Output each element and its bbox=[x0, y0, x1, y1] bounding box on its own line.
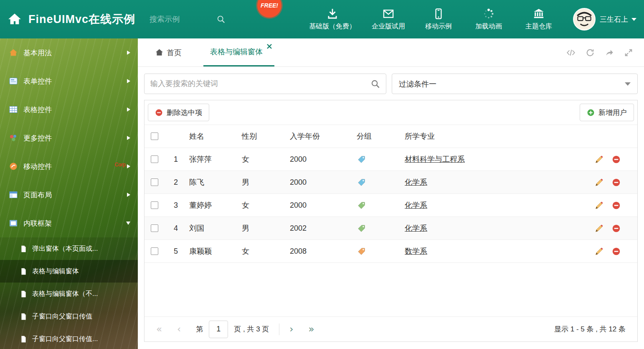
spinner-icon bbox=[483, 8, 494, 20]
major-link[interactable]: 化学系 bbox=[405, 178, 427, 186]
header-search bbox=[150, 15, 237, 24]
edit-icon[interactable] bbox=[595, 201, 603, 210]
divider bbox=[279, 324, 279, 335]
file-icon bbox=[20, 245, 27, 252]
app-title: FineUIMvc在线示例 bbox=[28, 12, 135, 27]
nav-item-theme-store[interactable]: 主题仓库 bbox=[521, 8, 556, 31]
tab-label: 表格与编辑窗体 bbox=[210, 47, 263, 57]
keyword-search-input[interactable] bbox=[150, 79, 370, 88]
avatar bbox=[573, 8, 596, 31]
refresh-icon[interactable] bbox=[586, 48, 595, 57]
nav-label: 基础版（免费） bbox=[309, 22, 356, 31]
row-checkbox[interactable] bbox=[151, 155, 158, 163]
search-icon[interactable] bbox=[370, 79, 380, 89]
sidebar-item-page-layout[interactable]: 页面布局 bbox=[0, 181, 138, 209]
home-icon bbox=[155, 48, 163, 56]
delete-icon[interactable] bbox=[612, 201, 621, 210]
mobile-control-icon bbox=[9, 162, 18, 171]
major-link[interactable]: 材料科学与工程系 bbox=[405, 155, 465, 163]
close-icon[interactable] bbox=[267, 42, 272, 47]
row-checkbox[interactable] bbox=[151, 178, 158, 186]
tab-tools bbox=[566, 38, 644, 66]
table-icon bbox=[9, 105, 18, 114]
sidebar-subitem-label: 弹出窗体（本页面或... bbox=[32, 245, 98, 253]
sidebar-subitem-popup-window[interactable]: 弹出窗体（本页面或... bbox=[0, 237, 138, 260]
column-header-major: 所学专业 bbox=[403, 131, 575, 141]
nav-item-basic-free[interactable]: 基础版（免费） bbox=[309, 8, 356, 31]
prev-page-button[interactable]: ‹ bbox=[177, 324, 181, 334]
add-user-button[interactable]: 新增用户 bbox=[580, 104, 634, 121]
fullscreen-icon[interactable] bbox=[624, 48, 633, 57]
major-link[interactable]: 数学系 bbox=[405, 247, 427, 255]
row-number: 3 bbox=[165, 201, 187, 210]
first-page-button[interactable]: « bbox=[156, 324, 162, 334]
tag-icon bbox=[357, 178, 366, 187]
corp-badge: Corp. bbox=[115, 162, 127, 168]
next-page-button[interactable]: › bbox=[289, 324, 293, 334]
nav-item-mobile-demo[interactable]: 移动示例 bbox=[421, 8, 456, 31]
sidebar-item-grid-controls[interactable]: 表格控件 bbox=[0, 95, 138, 124]
sidebar-subitem-grid-edit-window[interactable]: 表格与编辑窗体 bbox=[0, 260, 138, 283]
layout-icon bbox=[9, 191, 18, 199]
delete-icon[interactable] bbox=[612, 155, 621, 164]
sidebar-submenu: 弹出窗体（本页面或... 表格与编辑窗体 表格与编辑窗体（不... 子窗口向父窗… bbox=[0, 237, 138, 349]
chevron-right-icon bbox=[127, 107, 130, 112]
tag-icon bbox=[357, 155, 366, 164]
user-menu[interactable]: 三生石上 bbox=[573, 8, 636, 31]
home-icon[interactable] bbox=[8, 12, 22, 26]
sidebar-item-more-controls[interactable]: 更多控件 bbox=[0, 124, 138, 152]
tab-grid-edit-window[interactable]: 表格与编辑窗体 bbox=[203, 38, 274, 66]
edit-icon[interactable] bbox=[595, 224, 603, 233]
sidebar-subitem-child-to-parent-2[interactable]: 子窗口向父窗口传值... bbox=[0, 328, 138, 349]
header-search-input[interactable] bbox=[150, 15, 216, 24]
delete-icon[interactable] bbox=[612, 224, 621, 233]
tag-icon bbox=[357, 201, 366, 210]
sidebar-item-label: 内联框架 bbox=[23, 219, 126, 228]
delete-icon[interactable] bbox=[612, 247, 621, 256]
page-number-input[interactable] bbox=[209, 321, 228, 338]
table-row: 5 康颖颖 女 2008 数学系 bbox=[145, 240, 637, 263]
file-icon bbox=[20, 268, 27, 275]
delete-icon[interactable] bbox=[612, 178, 621, 187]
row-number: 4 bbox=[165, 224, 187, 233]
sidebar-item-basic-usage[interactable]: 基本用法 bbox=[0, 38, 138, 67]
cell-name: 刘国 bbox=[187, 223, 240, 233]
edit-icon[interactable] bbox=[595, 247, 603, 256]
search-icon[interactable] bbox=[216, 15, 226, 24]
page-prefix-label: 第 bbox=[196, 324, 203, 334]
user-name: 三生石上 bbox=[600, 15, 628, 24]
share-icon[interactable] bbox=[605, 48, 614, 57]
grid-panel: 删除选中项 新增用户 姓名 性别 入学年份 分组 所学专业 1 张萍萍 bbox=[144, 100, 638, 342]
sidebar-item-form-controls[interactable]: 表单控件 bbox=[0, 67, 138, 95]
source-code-icon[interactable] bbox=[566, 48, 576, 57]
sidebar-item-label: 更多控件 bbox=[23, 133, 127, 143]
row-checkbox[interactable] bbox=[151, 201, 158, 209]
cell-year: 2008 bbox=[288, 247, 355, 256]
cell-gender: 男 bbox=[240, 223, 288, 233]
last-page-button[interactable]: » bbox=[309, 324, 314, 334]
row-checkbox[interactable] bbox=[151, 224, 158, 232]
delete-selected-button[interactable]: 删除选中项 bbox=[148, 104, 209, 121]
row-checkbox[interactable] bbox=[151, 247, 158, 255]
filter-dropdown[interactable]: 过滤条件一 bbox=[392, 74, 638, 94]
nav-label: 移动示例 bbox=[425, 22, 452, 31]
major-link[interactable]: 化学系 bbox=[405, 201, 427, 209]
tab-home[interactable]: 首页 bbox=[150, 38, 187, 66]
row-number: 2 bbox=[165, 178, 187, 187]
sidebar-item-iframe[interactable]: 内联框架 bbox=[0, 209, 138, 237]
nav-item-enterprise-trial[interactable]: 企业版试用 bbox=[371, 8, 406, 31]
nav-item-loading-animation[interactable]: 加载动画 bbox=[471, 8, 506, 31]
file-icon bbox=[20, 290, 27, 298]
chevron-right-icon bbox=[127, 164, 130, 168]
table-row: 4 刘国 男 2002 化学系 bbox=[145, 217, 637, 240]
sidebar-item-mobile-controls[interactable]: 移动控件 Corp. bbox=[0, 152, 138, 181]
sidebar-subitem-child-to-parent[interactable]: 子窗口向父窗口传值 bbox=[0, 305, 138, 328]
select-all-checkbox[interactable] bbox=[151, 132, 158, 140]
edit-icon[interactable] bbox=[595, 178, 603, 187]
major-link[interactable]: 化学系 bbox=[405, 224, 427, 232]
sidebar-item-label: 表格控件 bbox=[23, 105, 127, 115]
cell-year: 2002 bbox=[288, 224, 355, 233]
edit-icon[interactable] bbox=[595, 155, 603, 164]
sidebar-subitem-grid-edit-window-2[interactable]: 表格与编辑窗体（不... bbox=[0, 283, 138, 305]
file-icon bbox=[20, 336, 27, 343]
